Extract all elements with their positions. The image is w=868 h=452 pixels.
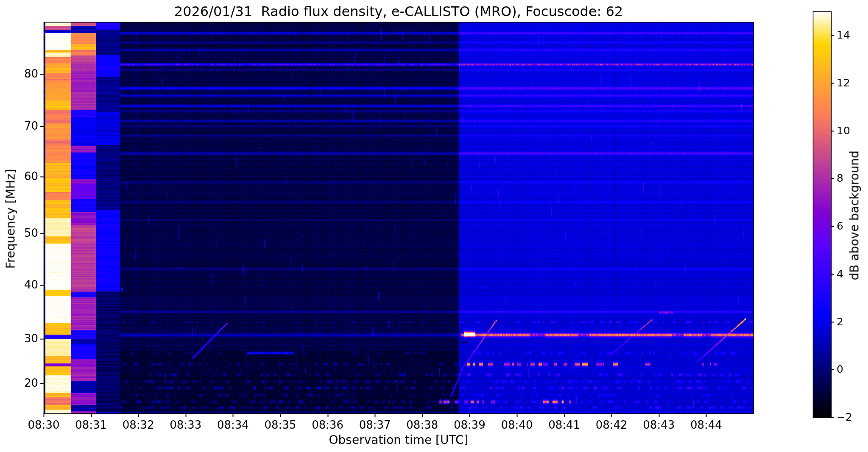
- y-tick-label: 50: [8, 227, 38, 239]
- colorbar-tick-label: 12: [837, 77, 850, 89]
- colorbar-label: dB above background: [848, 118, 862, 313]
- colorbar-tick-label: 4: [837, 268, 843, 280]
- x-tick-label: 08:35: [255, 419, 306, 431]
- x-tick-label: 08:30: [18, 419, 69, 431]
- colorbar-tick-label: −2: [837, 411, 852, 423]
- y-tick-label: 70: [8, 119, 38, 132]
- x-tick-label: 08:38: [397, 419, 448, 431]
- x-tick-label: 08:41: [539, 419, 590, 431]
- x-tick-label: 08:37: [349, 419, 400, 431]
- x-tick-label: 08:43: [634, 419, 684, 431]
- colorbar-tick-label: 2: [837, 316, 843, 328]
- y-tick-label: 80: [8, 67, 38, 80]
- x-tick-label: 08:42: [586, 419, 637, 431]
- y-tick-label: 40: [8, 278, 38, 291]
- x-tick-label: 08:39: [444, 419, 495, 431]
- colorbar-tick-label: 0: [837, 363, 843, 375]
- colorbar-tick-label: 8: [837, 172, 843, 184]
- x-tick-label: 08:44: [681, 419, 731, 431]
- y-tick-label: 30: [8, 332, 38, 345]
- x-tick-label: 08:34: [207, 419, 258, 431]
- x-tick-label: 08:31: [66, 419, 117, 431]
- spectrogram-figure: 2026/01/31 Radio flux density, e-CALLIST…: [0, 0, 868, 452]
- colorbar-tick-label: 10: [837, 125, 850, 137]
- colorbar-tick-label: 14: [837, 29, 850, 41]
- x-axis-label: Observation time [UTC]: [44, 433, 754, 447]
- plot-title: 2026/01/31 Radio flux density, e-CALLIST…: [44, 3, 754, 19]
- x-tick-label: 08:33: [160, 419, 211, 431]
- y-tick-label: 20: [8, 377, 38, 389]
- x-tick-label: 08:40: [491, 419, 542, 431]
- y-tick-label: 60: [8, 170, 38, 183]
- x-tick-label: 08:36: [302, 419, 353, 431]
- x-tick-label: 08:32: [113, 419, 164, 431]
- spectrogram-canvas: [0, 0, 868, 452]
- colorbar-tick-label: 6: [837, 220, 843, 232]
